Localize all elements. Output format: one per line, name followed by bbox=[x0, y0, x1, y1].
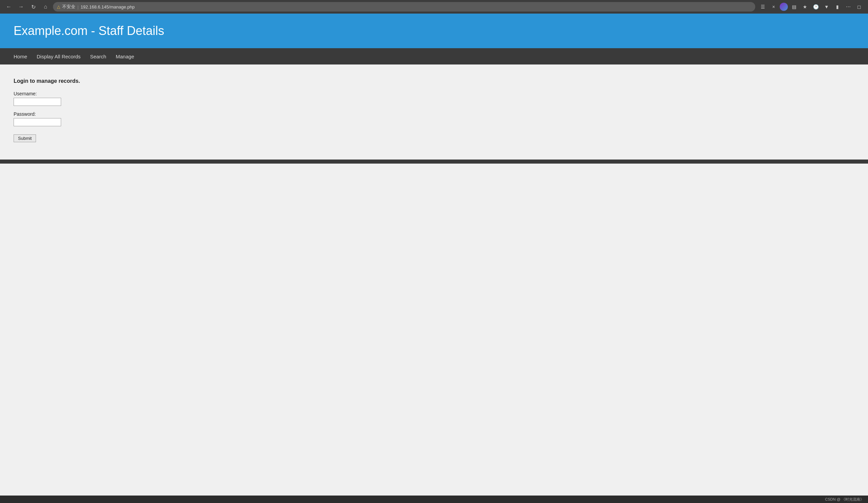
nav-home[interactable]: Home bbox=[13, 54, 27, 60]
submit-button[interactable]: Submit bbox=[13, 134, 36, 142]
username-group: Username: bbox=[13, 91, 855, 106]
home-button[interactable]: ⌂ bbox=[41, 2, 50, 12]
page-footer-bar bbox=[0, 159, 868, 164]
browser-chrome: ← → ↻ ⌂ △ 不安全 | 192.168.6.145/manage.php… bbox=[0, 0, 868, 13]
profile-avatar[interactable] bbox=[780, 3, 788, 11]
more-button[interactable]: ⋯ bbox=[844, 2, 853, 12]
page-content: Login to manage records. Username: Passw… bbox=[0, 64, 868, 159]
forward-button[interactable]: → bbox=[16, 2, 26, 12]
tab-close-button[interactable]: × bbox=[769, 2, 778, 12]
username-input[interactable] bbox=[13, 98, 61, 106]
split-view-button[interactable]: ◻ bbox=[855, 2, 864, 12]
downloads-button[interactable]: ▼ bbox=[822, 2, 831, 12]
url-text: 192.168.6.145/manage.php bbox=[81, 4, 134, 10]
browser-toolbar-right: ☰ × ▤ ★ 🕐 ▼ ▮ ⋯ ◻ bbox=[758, 2, 864, 12]
page-title: Example.com - Staff Details bbox=[13, 24, 855, 38]
security-warning-icon: △ bbox=[57, 4, 60, 9]
cast-button[interactable]: ▮ bbox=[833, 2, 842, 12]
nav-search[interactable]: Search bbox=[90, 54, 106, 60]
username-label: Username: bbox=[13, 91, 855, 96]
password-label: Password: bbox=[13, 111, 855, 117]
warning-text: 不安全 bbox=[62, 4, 75, 10]
password-input[interactable] bbox=[13, 118, 61, 126]
login-section: Login to manage records. Username: Passw… bbox=[13, 78, 855, 142]
favorites-button[interactable]: ★ bbox=[800, 2, 809, 12]
address-bar[interactable]: △ 不安全 | 192.168.6.145/manage.php bbox=[53, 2, 755, 12]
extensions-button[interactable]: ▤ bbox=[789, 2, 799, 12]
page-header: Example.com - Staff Details bbox=[0, 13, 868, 48]
nav-bar: Home Display All Records Search Manage bbox=[0, 48, 868, 64]
nav-display-all-records[interactable]: Display All Records bbox=[37, 54, 81, 60]
password-group: Password: bbox=[13, 111, 855, 126]
page-bottom bbox=[0, 164, 868, 333]
nav-manage[interactable]: Manage bbox=[116, 54, 134, 60]
login-heading: Login to manage records. bbox=[13, 78, 855, 84]
reader-view-button[interactable]: ☰ bbox=[758, 2, 767, 12]
history-button[interactable]: 🕐 bbox=[811, 2, 820, 12]
reload-button[interactable]: ↻ bbox=[29, 2, 38, 12]
back-button[interactable]: ← bbox=[4, 2, 13, 12]
url-separator: | bbox=[78, 4, 79, 10]
